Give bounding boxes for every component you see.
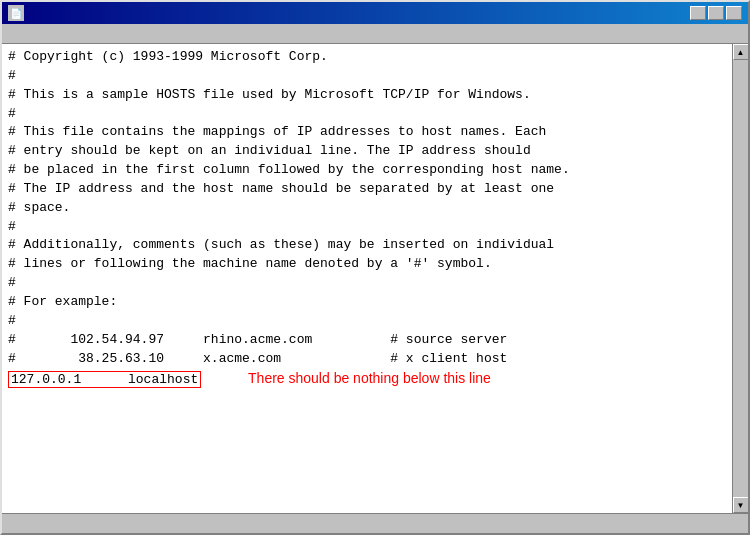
menu-help[interactable] <box>70 32 86 36</box>
status-bar <box>2 513 748 533</box>
scroll-down-button[interactable]: ▼ <box>733 497 749 513</box>
menu-file[interactable] <box>6 32 22 36</box>
menu-edit[interactable] <box>22 32 38 36</box>
title-bar: 📄 <box>2 2 748 24</box>
title-bar-left: 📄 <box>8 5 30 21</box>
scroll-track <box>733 60 748 497</box>
menu-bar <box>2 24 748 44</box>
scrollbar[interactable]: ▲ ▼ <box>732 44 748 513</box>
scroll-up-button[interactable]: ▲ <box>733 44 749 60</box>
warning-text: There should be nothing below this line <box>248 370 491 386</box>
close-button[interactable] <box>726 6 742 20</box>
title-controls <box>690 6 742 20</box>
menu-view[interactable] <box>54 32 70 36</box>
maximize-button[interactable] <box>708 6 724 20</box>
editor-area: # Copyright (c) 1993-1999 Microsoft Corp… <box>2 44 748 513</box>
minimize-button[interactable] <box>690 6 706 20</box>
editor-content[interactable]: # Copyright (c) 1993-1999 Microsoft Corp… <box>2 44 732 513</box>
menu-format[interactable] <box>38 32 54 36</box>
notepad-window: 📄 # Copyright (c) 1993-1999 Microsoft Co… <box>0 0 750 535</box>
highlighted-ip-line: 127.0.0.1 localhost <box>8 371 201 388</box>
app-icon: 📄 <box>8 5 24 21</box>
